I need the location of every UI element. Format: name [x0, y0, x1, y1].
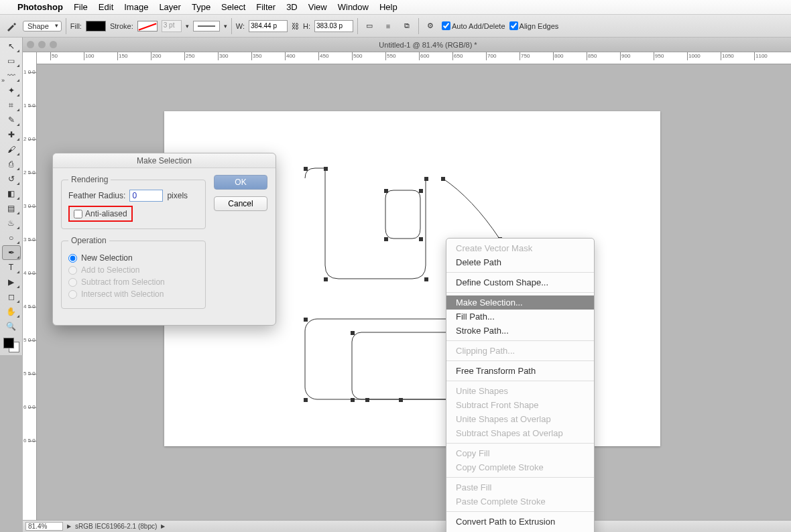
menu-window[interactable]: Window — [338, 2, 369, 12]
fill-label: Fill: — [70, 22, 82, 30]
stroke-style[interactable] — [193, 21, 220, 31]
menu-edit[interactable]: Edit — [99, 2, 113, 12]
path-context-menu: Create Vector MaskDelete PathDefine Cust… — [446, 238, 595, 532]
path-ops-icon[interactable]: ▭ — [362, 19, 377, 34]
ctx-item: Paste Fill — [446, 480, 594, 494]
tool-type[interactable]: T — [2, 260, 21, 275]
status-bar: 81.4% ▶ sRGB IEC61966-2.1 (8bpc) ▶ — [23, 520, 791, 532]
rendering-legend: Rendering — [68, 175, 111, 184]
rendering-group: Rendering Feather Radius: pixels Anti-al… — [61, 175, 206, 229]
width-input[interactable] — [249, 20, 288, 32]
window-controls[interactable] — [27, 41, 57, 48]
stroke-label: Stroke: — [110, 22, 133, 30]
op-subtract: Subtract from Selection — [68, 277, 198, 287]
tool-shape[interactable]: ◻ — [2, 289, 21, 304]
document-tabbar: Untitled-1 @ 81.4% (RGB/8) * — [23, 38, 791, 52]
h-label: H: — [303, 22, 310, 30]
feather-unit: pixels — [167, 191, 188, 200]
auto-add-delete-checkbox[interactable]: Auto Add/Delete — [442, 21, 505, 30]
ctx-item: Create Vector Mask — [446, 241, 594, 255]
tool-heal[interactable]: ✚ — [2, 127, 21, 142]
menu-view[interactable]: View — [308, 2, 327, 12]
tool-lasso[interactable]: 〰 — [2, 68, 21, 83]
height-input[interactable] — [314, 20, 353, 32]
tool-mode-select[interactable]: Shape — [23, 21, 62, 31]
svg-rect-0 — [305, 319, 459, 399]
foreground-color-swatch[interactable] — [3, 338, 14, 348]
ok-button[interactable]: OK — [214, 175, 267, 190]
stroke-width[interactable]: 3 pt — [162, 20, 182, 32]
close-window-icon[interactable] — [27, 41, 34, 48]
ctx-item[interactable]: Define Custom Shape... — [446, 275, 594, 289]
ctx-item: Subtract Shapes at Overlap — [446, 426, 594, 440]
tool-history-brush[interactable]: ↺ — [2, 172, 21, 186]
ctx-item: Clipping Path... — [446, 344, 594, 358]
tool-move[interactable]: ↖ — [2, 39, 21, 54]
align-icon[interactable]: ≡ — [381, 19, 396, 34]
op-intersect: Intersect with Selection — [68, 289, 198, 299]
horizontal-ruler[interactable]: 5010015020025030035040045050055060065070… — [37, 52, 791, 64]
zoom-window-icon[interactable] — [50, 41, 57, 48]
menu-filter[interactable]: Filter — [256, 2, 276, 12]
document-title: Untitled-1 @ 81.4% (RGB/8) * — [65, 41, 791, 49]
app-name[interactable]: Photoshop — [17, 2, 63, 12]
tool-eyedropper[interactable]: ✎ — [2, 113, 21, 127]
pen-tool-icon[interactable] — [4, 19, 19, 34]
status-dropdown-icon[interactable]: ▶ — [161, 523, 165, 529]
mac-menubar: Photoshop File Edit Image Layer Type Sel… — [0, 0, 791, 15]
ctx-item: Copy Complete Stroke — [446, 460, 594, 474]
stroke-swatch[interactable] — [137, 21, 158, 31]
menu-3d[interactable]: 3D — [286, 2, 298, 12]
tool-marquee[interactable]: ▭ — [2, 54, 21, 68]
tool-stamp[interactable]: ⎙ — [2, 157, 21, 172]
ctx-item: Paste Complete Stroke — [446, 494, 594, 509]
tool-eraser[interactable]: ◧ — [2, 186, 21, 201]
options-bar: Shape Fill: Stroke: 3 pt ▾ ▾ W: ⛓ H: ▭ ≡… — [0, 15, 791, 38]
minimize-window-icon[interactable] — [38, 41, 46, 48]
fill-swatch[interactable] — [86, 21, 106, 31]
tool-wand[interactable]: ✦ — [2, 83, 21, 98]
tool-brush[interactable]: 🖌 — [2, 142, 21, 157]
tool-gradient[interactable]: ▤ — [2, 201, 21, 216]
ctx-item[interactable]: Delete Path — [446, 255, 594, 269]
tool-dodge[interactable]: ○ — [2, 230, 21, 245]
ctx-item[interactable]: Fill Path... — [446, 310, 594, 324]
color-profile: sRGB IEC61966-2.1 (8bpc) — [75, 523, 157, 530]
tool-crop[interactable]: ⌗ — [2, 98, 21, 113]
ctx-item[interactable]: Convert Path to Extrusion — [446, 515, 594, 529]
color-swatches[interactable] — [2, 336, 21, 354]
op-new-selection[interactable]: New Selection — [68, 253, 198, 263]
tool-hand[interactable]: ✋ — [2, 304, 21, 319]
menu-select[interactable]: Select — [221, 2, 245, 12]
ctx-item: Unite Shapes at Overlap — [446, 412, 594, 426]
tool-pen[interactable]: ✒ — [2, 245, 21, 260]
vertical-ruler[interactable]: 1 0 01 5 02 0 02 5 03 0 03 5 04 0 04 5 0… — [23, 52, 37, 520]
menu-file[interactable]: File — [74, 2, 88, 12]
ctx-item: Create Constraint(s) from Path — [446, 529, 594, 532]
tool-zoom[interactable]: 🔍 — [2, 319, 21, 334]
tool-path-select[interactable]: ▶ — [2, 275, 21, 289]
status-menu-icon[interactable]: ▶ — [67, 523, 71, 529]
align-edges-checkbox[interactable]: Align Edges — [509, 21, 559, 30]
link-wh-icon[interactable]: ⛓ — [292, 22, 299, 30]
tool-blur[interactable]: ♨ — [2, 216, 21, 230]
menu-image[interactable]: Image — [124, 2, 148, 12]
gear-icon[interactable]: ⚙ — [423, 19, 438, 34]
dialog-title: Make Selection — [53, 153, 276, 168]
ctx-item[interactable]: Make Selection... — [446, 295, 594, 310]
arrange-icon[interactable]: ⧉ — [400, 19, 414, 34]
feather-label: Feather Radius: — [68, 191, 125, 200]
zoom-field[interactable]: 81.4% — [25, 522, 63, 531]
feather-radius-input[interactable] — [129, 190, 163, 202]
menu-type[interactable]: Type — [192, 2, 210, 12]
ctx-item[interactable]: Stroke Path... — [446, 324, 594, 338]
menu-layer[interactable]: Layer — [159, 2, 181, 12]
menu-help[interactable]: Help — [379, 2, 398, 12]
anti-aliased-checkbox[interactable]: Anti-aliased — [68, 206, 133, 222]
ctx-item[interactable]: Free Transform Path — [446, 364, 594, 378]
cancel-button[interactable]: Cancel — [214, 196, 267, 211]
ctx-item: Subtract Front Shape — [446, 398, 594, 412]
tools-panel: » ↖ ▭ 〰 ✦ ⌗ ✎ ✚ 🖌 ⎙ ↺ ◧ ▤ ♨ ○ ✒ T ▶ ◻ ✋ … — [0, 38, 23, 355]
ctx-item: Copy Fill — [446, 446, 594, 460]
operation-legend: Operation — [68, 236, 109, 245]
